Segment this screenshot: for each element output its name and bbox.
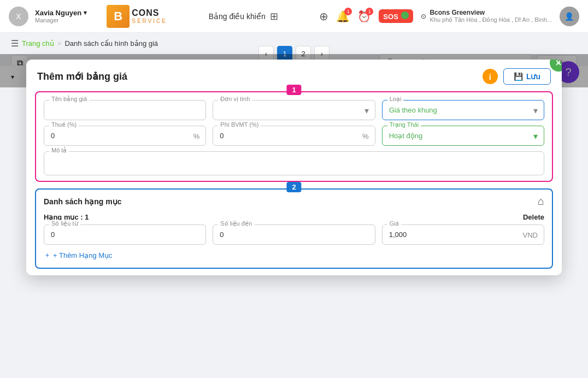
- ten-bang-gia-field: Tên bảng giá: [44, 100, 206, 120]
- form-row-2: Thuế (%) % Phí BVMT (%) % Trạng Thái Hoạ…: [44, 126, 544, 146]
- save-button[interactable]: 💾 Lưu: [503, 68, 551, 85]
- delete-item-1[interactable]: Delete: [523, 213, 544, 221]
- thue-field: Thuế (%) %: [44, 126, 206, 146]
- user-avatar[interactable]: X: [9, 7, 28, 26]
- thue-suffix: %: [193, 132, 200, 140]
- so-lieu-tu-label: Số liệu từ: [49, 220, 80, 227]
- loai-label: Loại: [387, 96, 404, 103]
- add-item-button[interactable]: ＋ + Thêm Hạng Mục: [44, 250, 113, 260]
- grid-icon: ⊞: [270, 10, 278, 22]
- mo-ta-label: Mô tả: [49, 147, 69, 154]
- item-label-1: Hạng mục : 1 Delete: [44, 213, 544, 221]
- gia-suffix: VND: [523, 231, 538, 239]
- so-lieu-den-label: Số liệu đến: [218, 220, 254, 227]
- gia-input[interactable]: [382, 225, 544, 245]
- save-icon: 💾: [514, 72, 523, 81]
- ten-bang-gia-input[interactable]: [44, 100, 206, 120]
- sos-badge: [401, 11, 409, 19]
- trang-thai-label: Trạng Thái: [387, 121, 421, 128]
- info-badge[interactable]: i: [483, 69, 498, 84]
- dashboard-label: Bảng điều khiển: [209, 12, 266, 21]
- don-vi-tinh-select[interactable]: [213, 100, 375, 120]
- topnav-right: ⊕ 🔔 1 ⏰ 1 SOS ⊙ Bcons Greenview Khu phố …: [319, 7, 579, 26]
- modal: × Thêm mới bảng giá i 💾 Lưu 1: [26, 60, 562, 275]
- notification-badge: 1: [344, 8, 352, 15]
- so-lieu-den-input[interactable]: [213, 225, 375, 245]
- loai-select[interactable]: Giá theo khung: [382, 100, 544, 120]
- right-user-avatar[interactable]: 👤: [560, 7, 579, 26]
- user-info: Xavia Nguyen ▾ Manager: [35, 9, 87, 23]
- ten-bang-gia-label: Tên bảng giá: [49, 96, 89, 103]
- main-area: ⧉ 🔍 + Thêm × Thêm mới bảng giá i: [0, 54, 588, 87]
- thue-input[interactable]: [44, 126, 206, 146]
- item-row-1: Hạng mục : 1 Delete Số liệu từ Số liệu đ…: [44, 213, 544, 245]
- form-row-1: Tên bảng giá Đơn vị tính ▾ Loại Giá the: [44, 100, 544, 120]
- user-name[interactable]: Xavia Nguyen ▾: [35, 9, 87, 17]
- loai-field: Loại Giá theo khung ▾: [382, 100, 544, 120]
- phi-bvmt-suffix: %: [362, 132, 369, 140]
- phi-bvmt-field: Phí BVMT (%) %: [213, 126, 375, 146]
- mo-ta-input[interactable]: [44, 151, 544, 175]
- so-lieu-den-field: Số liệu đến: [213, 225, 375, 245]
- gia-field: Giá VND: [382, 225, 544, 245]
- clock-badge: 1: [366, 8, 373, 15]
- modal-header-right: i 💾 Lưu: [483, 68, 551, 85]
- phi-bvmt-label: Phí BVMT (%): [218, 121, 261, 128]
- section-1-badge: 1: [286, 85, 301, 95]
- avatar-initials: X: [16, 12, 21, 21]
- building-name: Bcons Greenview: [430, 9, 552, 16]
- item-fields-1: Số liệu từ Số liệu đến Giá VND: [44, 225, 544, 245]
- building-info: ⊙ Bcons Greenview Khu phố Tân Hòa , Đồng…: [421, 9, 552, 23]
- clock-btn[interactable]: ⏰ 1: [357, 10, 371, 23]
- trang-thai-field: Trạng Thái Hoạt động ▾: [382, 126, 544, 146]
- topnav: X Xavia Nguyen ▾ Manager B CONS SERVICE …: [0, 0, 588, 33]
- sos-button[interactable]: SOS: [379, 9, 413, 23]
- don-vi-tinh-field: Đơn vị tính ▾: [213, 100, 375, 120]
- gia-label: Giá: [387, 220, 401, 227]
- form-row-3: Mô tả: [44, 151, 544, 175]
- topnav-left: X Xavia Nguyen ▾ Manager B CONS SERVICE: [9, 5, 167, 28]
- modal-overlay: × Thêm mới bảng giá i 💾 Lưu 1: [0, 54, 588, 87]
- don-vi-tinh-label: Đơn vị tính: [218, 96, 252, 103]
- plus-circle-icon: ⊕: [319, 10, 328, 22]
- section-2-badge: 2: [286, 182, 301, 192]
- section2-title: Danh sách hạng mục: [44, 197, 121, 206]
- building-addr: Khu phố Tân Hòa , Đồng Hòa , Dĩ An , Bìn…: [430, 16, 552, 23]
- section2-header: Danh sách hạng mục ⌂: [44, 195, 544, 208]
- home-icon[interactable]: ⌂: [538, 195, 544, 208]
- section-2-box: 2 Danh sách hạng mục ⌂ Hạng mục : 1 Dele…: [35, 188, 553, 269]
- logo-text: CONS SERVICE: [132, 8, 167, 24]
- dashboard-nav[interactable]: Bảng điều khiển ⊞: [209, 10, 278, 22]
- add-icon-btn[interactable]: ⊕: [319, 10, 328, 23]
- trang-thai-select[interactable]: Hoạt động: [382, 126, 544, 146]
- modal-title: Thêm mới bảng giá: [37, 70, 127, 82]
- user-role: Manager: [35, 17, 87, 23]
- so-lieu-tu-input[interactable]: [44, 225, 206, 245]
- logo: B CONS SERVICE: [107, 5, 167, 28]
- thue-label: Thuế (%): [49, 121, 79, 128]
- mo-ta-field: Mô tả: [44, 151, 544, 175]
- logo-icon: B: [107, 5, 130, 28]
- section-1-box: 1 Tên bảng giá Đơn vị tính ▾: [35, 91, 553, 182]
- so-lieu-tu-field: Số liệu từ: [44, 225, 206, 245]
- copyright-icon: ⊙: [421, 13, 426, 20]
- phi-bvmt-input[interactable]: [213, 126, 375, 146]
- plus-icon: ＋: [44, 250, 51, 260]
- notifications-btn[interactable]: 🔔 1: [336, 10, 350, 23]
